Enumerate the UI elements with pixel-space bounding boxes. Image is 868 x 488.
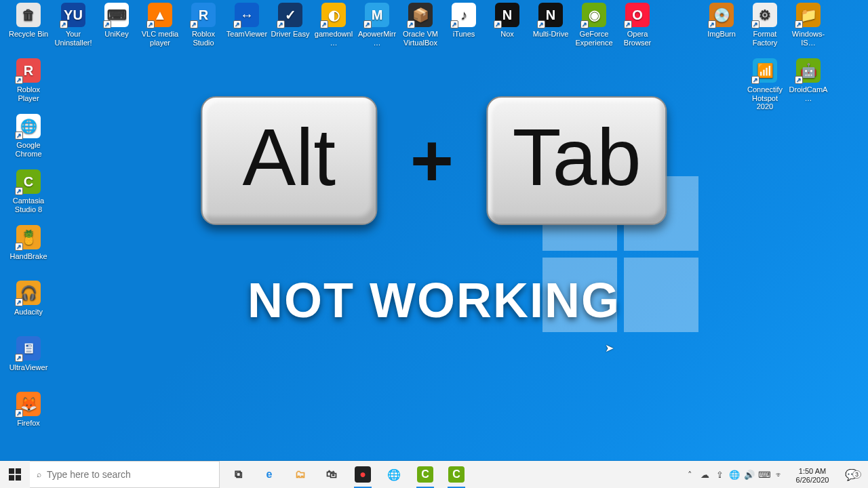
alt-tab-overlay: Alt + Tab NOT WORKING xyxy=(195,96,672,328)
taskbar-camtasia-2[interactable]: C xyxy=(441,461,472,488)
shortcut-overlay-icon: ↗ xyxy=(363,20,372,28)
shortcut-overlay-icon: ↗ xyxy=(15,354,23,362)
taskbar-store[interactable]: 🛍 xyxy=(316,461,347,488)
desktop-icon-roblox-studio[interactable]: R↗Roblox Studio xyxy=(182,3,225,47)
chrome-icon: 🌐 xyxy=(386,466,402,483)
app-icon: 🌐↗ xyxy=(16,114,41,138)
desktop-icon-label: UniKey xyxy=(95,30,138,39)
desktop-icon-multi-drive[interactable]: N↗Multi-Drive xyxy=(529,3,572,39)
desktop-icon-camtasia-studio-8[interactable]: C↗Camtasia Studio 8 xyxy=(7,169,50,214)
edge-icon: e xyxy=(261,466,277,483)
desktop-icon-unikey[interactable]: ⌨↗UniKey xyxy=(95,3,138,39)
language-icon[interactable]: ⌨ xyxy=(757,470,772,480)
desktop-icon-roblox-player[interactable]: R↗Roblox Player xyxy=(7,58,50,102)
clock-time: 1:50 AM xyxy=(792,467,833,476)
desktop-icon-handbrake[interactable]: 🍍↗HandBrake xyxy=(7,225,50,261)
desktop-icon-geforce-experience[interactable]: ◉↗GeForce Experience xyxy=(572,3,616,47)
shortcut-overlay-icon: ↗ xyxy=(15,76,23,84)
app-icon: YU↗ xyxy=(61,3,85,27)
taskbar-task-view[interactable]: ⧉ xyxy=(222,461,254,488)
windows-icon xyxy=(9,468,21,481)
desktop-icon-opera-browser[interactable]: O↗Opera Browser xyxy=(616,3,659,47)
shortcut-overlay-icon: ↗ xyxy=(708,20,716,28)
shortcut-overlay-icon: ↗ xyxy=(795,76,803,84)
desktop-icon-google-chrome[interactable]: 🌐↗Google Chrome xyxy=(7,114,50,158)
desktop-icon-apowermirr[interactable]: M↗ApowerMirr… xyxy=(355,3,399,47)
desktop-icon-firefox[interactable]: 🦊↗Firefox xyxy=(7,392,50,428)
app-icon: N↗ xyxy=(495,3,519,27)
desktop-icon-label: GeForce Experience xyxy=(572,30,616,47)
taskbar-clock[interactable]: 1:50 AM 6/26/2020 xyxy=(788,464,837,485)
search-icon: ⌕ xyxy=(37,470,41,479)
mouse-cursor-icon: ➤ xyxy=(605,342,614,354)
app-icon: 📶↗ xyxy=(753,58,777,83)
search-input[interactable] xyxy=(47,469,212,480)
app-icon: 🖥↗ xyxy=(16,336,41,361)
start-button[interactable] xyxy=(0,461,30,488)
app-icon: ◐↗ xyxy=(321,3,346,27)
desktop-icon-label: UltraViewer xyxy=(7,363,50,372)
desktop-icon-droidcama[interactable]: 🤖↗DroidCamA… xyxy=(787,58,830,102)
desktop-icon-vlc-media-player[interactable]: ▲↗VLC media player xyxy=(138,3,182,47)
shortcut-overlay-icon: ↗ xyxy=(751,20,760,28)
onedrive-icon[interactable]: ☁ xyxy=(697,470,712,480)
shortcut-overlay-icon: ↗ xyxy=(233,20,241,28)
shortcut-overlay-icon: ↗ xyxy=(624,20,632,28)
desktop-icon-label: Your Uninstaller! xyxy=(52,30,95,47)
network-icon[interactable]: 🌐 xyxy=(727,470,742,480)
desktop-icon-windows-is[interactable]: 📁↗Windows-IS… xyxy=(787,3,830,47)
shortcut-overlay-icon: ↗ xyxy=(15,409,23,418)
desktop-icon-recycle-bin[interactable]: 🗑Recycle Bin xyxy=(7,3,50,39)
camtasia-1-icon: C xyxy=(417,466,433,483)
shortcut-overlay-icon: ↗ xyxy=(15,243,23,251)
taskbar-camtasia-1[interactable]: C xyxy=(410,461,441,488)
action-center-button[interactable]: 💬 3 xyxy=(838,468,865,481)
desktop-icon-label: iTunes xyxy=(442,30,486,39)
app-icon: ⌨↗ xyxy=(104,3,129,27)
volume-icon[interactable]: 🔊 xyxy=(742,470,757,480)
desktop-icon-your-uninstaller[interactable]: YU↗Your Uninstaller! xyxy=(52,3,95,47)
search-box[interactable]: ⌕ xyxy=(30,461,220,488)
tray-overflow[interactable]: ˄ xyxy=(682,470,697,480)
camtasia-rec-icon: ● xyxy=(355,466,371,483)
shortcut-overlay-icon: ↗ xyxy=(795,20,803,28)
desktop-icon-label: Opera Browser xyxy=(616,30,659,47)
desktop-icon-format-factory[interactable]: ⚙↗Format Factory xyxy=(743,3,787,47)
desktop-icon-label: gamedownl… xyxy=(312,30,355,47)
taskbar-file-explorer[interactable]: 🗂 xyxy=(285,461,316,488)
hotspot-icon[interactable]: ᯤ xyxy=(772,470,787,480)
shortcut-overlay-icon: ↗ xyxy=(537,20,545,28)
clock-date: 6/26/2020 xyxy=(792,476,833,485)
app-icon: 🗑 xyxy=(16,3,41,27)
desktop-icon-label: Format Factory xyxy=(743,30,787,47)
system-tray: ˄☁⇪🌐🔊⌨ᯤ 1:50 AM 6/26/2020 💬 3 xyxy=(679,461,868,488)
desktop-icon-label: Multi-Drive xyxy=(529,30,572,39)
shortcut-overlay-icon: ↗ xyxy=(407,20,415,28)
desktop[interactable]: 🗑Recycle BinYU↗Your Uninstaller!⌨↗UniKey… xyxy=(0,0,868,461)
app-icon: R↗ xyxy=(191,3,216,27)
desktop-icon-audacity[interactable]: 🎧↗Audacity xyxy=(7,281,50,317)
taskbar-edge[interactable]: e xyxy=(254,461,285,488)
taskbar-camtasia-rec[interactable]: ● xyxy=(347,461,378,488)
app-icon: 🍍↗ xyxy=(16,225,41,249)
desktop-icon-gamedownl[interactable]: ◐↗gamedownl… xyxy=(312,3,355,47)
usb-icon[interactable]: ⇪ xyxy=(712,470,727,480)
keycap-alt: Alt xyxy=(201,96,377,225)
taskbar-chrome[interactable]: 🌐 xyxy=(378,461,410,488)
desktop-icon-connectify-hotspot-2020[interactable]: 📶↗Connectify Hotspot 2020 xyxy=(743,58,787,111)
desktop-icon-nox[interactable]: N↗Nox xyxy=(486,3,529,39)
desktop-icon-ultraviewer[interactable]: 🖥↗UltraViewer xyxy=(7,336,50,372)
shortcut-overlay-icon: ↗ xyxy=(494,20,502,28)
app-icon: 💿↗ xyxy=(709,3,734,27)
desktop-icon-label: Firefox xyxy=(7,419,50,428)
desktop-icon-teamviewer[interactable]: ↔↗TeamViewer xyxy=(225,3,269,39)
desktop-icon-oracle-vm-virtualbox[interactable]: 📦↗Oracle VM VirtualBox xyxy=(399,3,442,47)
desktop-icon-label: Camtasia Studio 8 xyxy=(7,197,50,214)
app-icon: C↗ xyxy=(16,169,41,194)
file-explorer-icon: 🗂 xyxy=(292,466,309,483)
shortcut-overlay-icon: ↗ xyxy=(751,76,760,84)
desktop-icon-driver-easy[interactable]: ✓↗Driver Easy xyxy=(269,3,312,39)
shortcut-overlay-icon: ↗ xyxy=(15,298,23,306)
desktop-icon-imgburn[interactable]: 💿↗ImgBurn xyxy=(700,3,743,39)
desktop-icon-itunes[interactable]: ♪↗iTunes xyxy=(442,3,486,39)
